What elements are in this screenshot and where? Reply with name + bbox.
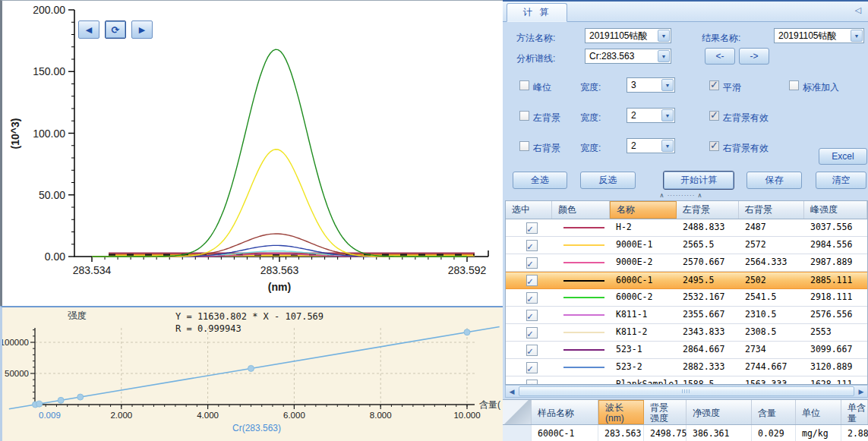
svg-text:283.534: 283.534 bbox=[73, 264, 112, 276]
excel-export-button[interactable]: Excel bbox=[819, 148, 867, 165]
start-calculation-button[interactable]: 开始计算 bbox=[663, 171, 734, 190]
svg-text:Cr(283.563): Cr(283.563) bbox=[232, 423, 281, 433]
row-checkbox[interactable] bbox=[526, 257, 538, 269]
left-bg-valid-checkbox[interactable] bbox=[709, 111, 719, 121]
table-cell: 1588.5 bbox=[677, 376, 739, 385]
table-row[interactable]: 6000C-22532.1672541.52918.111 bbox=[506, 289, 867, 307]
method-name-select[interactable]: 20191105钴酸 ▼ bbox=[585, 28, 671, 43]
peak-width-select[interactable]: 3 ▼ bbox=[627, 77, 675, 93]
column-header[interactable]: 波长 (nm) bbox=[598, 400, 644, 424]
svg-text:Y = 11630.802 * X - 107.569: Y = 11630.802 * X - 107.569 bbox=[175, 311, 324, 322]
spectrum-chart-panel: 0.0050.00100.00150.00200.00(10^3)283.534… bbox=[0, 0, 503, 306]
row-checkbox[interactable] bbox=[526, 380, 538, 386]
column-header[interactable]: 名称 bbox=[610, 201, 677, 219]
calibration-chart: 500001000002.0004.0006.0008.00010.000Y =… bbox=[2, 307, 503, 441]
svg-text:10.000: 10.000 bbox=[453, 411, 480, 420]
svg-text:283.563: 283.563 bbox=[260, 264, 299, 276]
next-result-button[interactable]: -> bbox=[739, 48, 769, 65]
result-name-select[interactable]: 20191105钴酸 ▼ bbox=[774, 28, 864, 43]
column-header[interactable]: 净强度 bbox=[687, 400, 752, 424]
column-header[interactable]: 背景 强度 bbox=[644, 400, 687, 424]
column-header[interactable]: 单含量 bbox=[841, 400, 868, 424]
chevron-down-icon[interactable]: ▼ bbox=[658, 30, 670, 42]
left-bg-width-select[interactable]: 2 ▼ bbox=[627, 108, 675, 123]
table-hscrollbar[interactable]: ◀ ▶ bbox=[505, 385, 868, 398]
svg-text:R = 0.999943: R = 0.999943 bbox=[175, 323, 241, 334]
table-cell: 2.884 bbox=[841, 425, 868, 441]
standard-addition-checkbox[interactable] bbox=[789, 80, 799, 90]
peak-position-checkbox[interactable] bbox=[519, 80, 529, 90]
right-background-checkbox[interactable] bbox=[519, 141, 529, 151]
column-header[interactable]: 单位 bbox=[796, 400, 841, 424]
chevron-down-icon[interactable]: ▼ bbox=[661, 109, 674, 121]
tab-calculate[interactable]: 计 算 bbox=[507, 3, 567, 22]
right-bg-valid-checkbox[interactable] bbox=[709, 141, 719, 151]
row-checkbox[interactable] bbox=[526, 345, 538, 356]
table-row[interactable]: 523-12864.66727343099.667 bbox=[506, 342, 867, 359]
save-button[interactable]: 保存 bbox=[746, 172, 802, 189]
width-label: 宽度: bbox=[580, 142, 601, 155]
analysis-line-select[interactable]: Cr:283.563 ▼ bbox=[585, 49, 671, 64]
svg-text:50000: 50000 bbox=[5, 369, 29, 378]
right-arrow-icon: ▶ bbox=[139, 25, 145, 35]
column-header[interactable]: 选中 bbox=[506, 201, 552, 219]
right-bg-width-select[interactable]: 2 ▼ bbox=[627, 138, 675, 153]
results-table: 选中颜色名称左背景右背景峰强度 H-22488.83324873037.5569… bbox=[505, 200, 868, 385]
column-header[interactable]: 右背景 bbox=[739, 201, 804, 219]
scrollbar-thumb[interactable] bbox=[519, 386, 854, 396]
table-row[interactable]: 6000C-1283.5632498.75386.3610.029mg/kg2.… bbox=[503, 425, 868, 441]
scroll-left-icon[interactable]: ◀ bbox=[506, 386, 518, 397]
column-header[interactable]: 颜色 bbox=[552, 201, 610, 219]
table-cell: 2565.5 bbox=[677, 237, 739, 254]
tabstrip: 计 算 ◁ bbox=[503, 2, 868, 22]
left-background-label: 左背景 bbox=[533, 112, 560, 124]
table-cell: 9000E-1 bbox=[610, 237, 677, 254]
table-row[interactable]: 523-22882.3332744.6673120.889 bbox=[506, 359, 867, 376]
table-splitter-handle[interactable]: ∧ ·········· ∧ bbox=[632, 193, 731, 199]
table-row[interactable]: 9000E-22570.6672564.3332987.889 bbox=[506, 254, 867, 272]
table-row[interactable]: H-22488.83324873037.556 bbox=[506, 219, 867, 237]
row-checkbox[interactable] bbox=[526, 327, 538, 339]
invert-selection-button[interactable]: 反选 bbox=[580, 172, 636, 189]
table-cell: K811-2 bbox=[610, 324, 677, 341]
chevron-down-icon[interactable]: ▼ bbox=[661, 140, 674, 152]
table-cell: 2744.667 bbox=[739, 359, 804, 376]
table-cell: 2987.889 bbox=[804, 254, 867, 271]
table-row[interactable]: 6000C-12495.525022885.111 bbox=[506, 272, 867, 289]
table-cell: 6000C-1 bbox=[532, 425, 598, 441]
next-spectrum-button[interactable]: ▶ bbox=[131, 20, 153, 39]
scroll-right-icon[interactable]: ▶ bbox=[855, 386, 867, 397]
clear-button[interactable]: 清空 bbox=[816, 172, 866, 189]
chevron-down-icon[interactable]: ▼ bbox=[851, 30, 863, 42]
smooth-checkbox[interactable] bbox=[709, 80, 719, 90]
table-row[interactable]: BlankSample11588.51563.3331628.111 bbox=[506, 376, 867, 385]
column-header[interactable]: 左背景 bbox=[677, 201, 739, 219]
refresh-icon: ⟳ bbox=[112, 24, 120, 36]
row-checkbox[interactable] bbox=[526, 240, 538, 251]
svg-text:100.00: 100.00 bbox=[33, 128, 65, 140]
table-row[interactable]: K811-22343.8332308.52553 bbox=[506, 324, 867, 342]
prev-spectrum-button[interactable]: ◀ bbox=[78, 20, 99, 39]
series-color-swatch bbox=[563, 297, 604, 298]
table-row[interactable]: 9000E-12565.525722984.556 bbox=[506, 237, 867, 254]
row-checkbox[interactable] bbox=[526, 292, 538, 304]
column-header[interactable]: 样品名称 bbox=[532, 400, 598, 424]
previous-result-button[interactable]: <- bbox=[705, 48, 735, 65]
left-background-checkbox[interactable] bbox=[519, 111, 529, 121]
collapse-panel-icon[interactable]: ◁ bbox=[855, 5, 861, 15]
chevron-down-icon[interactable]: ▼ bbox=[658, 50, 670, 62]
table-row[interactable]: K811-12355.6672310.52576.556 bbox=[506, 307, 867, 324]
row-checkbox[interactable] bbox=[526, 310, 538, 321]
refresh-spectrum-button[interactable]: ⟳ bbox=[105, 20, 126, 39]
row-checkbox[interactable] bbox=[526, 222, 538, 234]
row-checkbox[interactable] bbox=[526, 275, 538, 286]
column-header[interactable]: 含量 bbox=[752, 400, 796, 424]
chevron-down-icon[interactable]: ▼ bbox=[661, 79, 674, 91]
column-header[interactable]: 峰强度 bbox=[804, 201, 867, 219]
table-cell: 3037.556 bbox=[804, 219, 867, 236]
row-checkbox[interactable] bbox=[526, 362, 538, 373]
select-all-button[interactable]: 全选 bbox=[513, 172, 567, 189]
row-indicator bbox=[503, 425, 532, 441]
calibration-chart-panel: 500001000002.0004.0006.0008.00010.000Y =… bbox=[0, 306, 503, 441]
svg-text:0.00: 0.00 bbox=[45, 250, 65, 263]
